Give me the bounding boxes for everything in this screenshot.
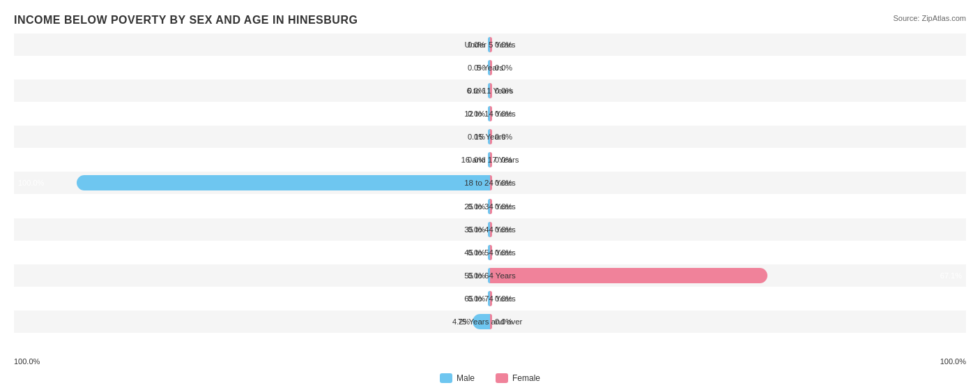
legend: Male Female: [440, 373, 540, 383]
male-value: 0.0%: [468, 87, 485, 95]
male-value: 0.0%: [468, 133, 485, 141]
left-side: 100.0%: [14, 172, 490, 194]
left-side: 4.2%: [14, 310, 490, 333]
left-side: 0.0%: [14, 287, 490, 310]
right-side: 0.0%: [490, 33, 966, 56]
female-value: 0.0%: [495, 225, 512, 234]
bar-row: 0.0%12 to 14 Years0.0%: [14, 103, 966, 125]
bar-row: 0.0%16 and 17 Years0.0%: [14, 149, 966, 171]
female-bar: [490, 60, 492, 75]
female-bar: [490, 199, 492, 214]
bar-row: 0.0%55 to 64 Years67.1%: [14, 264, 966, 287]
female-bar: [490, 152, 492, 167]
male-value: 0.0%: [468, 248, 485, 257]
male-value: 0.0%: [468, 202, 485, 211]
bar-row: 100.0%18 to 24 Years0.0%: [14, 172, 966, 194]
left-side: 0.0%: [14, 218, 490, 241]
right-side: 0.0%: [490, 195, 966, 218]
male-value: 0.0%: [468, 156, 485, 164]
male-value: 0.0%: [468, 271, 485, 280]
male-value: 0.0%: [468, 225, 485, 234]
left-side: 0.0%: [14, 80, 490, 102]
bar-row: 0.0%5 Years0.0%: [14, 57, 966, 79]
left-side: 0.0%: [14, 33, 490, 56]
female-value: 0.0%: [495, 87, 512, 95]
female-value: 67.1%: [940, 271, 962, 280]
right-side: 67.1%: [490, 264, 966, 287]
male-legend-color: [440, 373, 452, 383]
left-side: 0.0%: [14, 103, 490, 125]
right-side: 0.0%: [490, 57, 966, 79]
left-side: 0.0%: [14, 149, 490, 171]
bottom-labels: 100.0% 100.0%: [14, 357, 966, 366]
chart-title: INCOME BELOW POVERTY BY SEX AND AGE IN H…: [14, 14, 966, 27]
bar-row: 0.0%15 Years0.0%: [14, 126, 966, 148]
bar-row: 0.0%65 to 74 Years0.0%: [14, 287, 966, 310]
left-side: 0.0%: [14, 195, 490, 218]
female-bar: [490, 83, 492, 98]
male-value: 0.0%: [468, 40, 485, 49]
female-value: 0.0%: [495, 63, 512, 72]
right-side: 0.0%: [490, 126, 966, 148]
male-bar: [473, 314, 490, 329]
female-value: 0.0%: [495, 133, 512, 141]
bar-row: 0.0%25 to 34 Years0.0%: [14, 195, 966, 218]
right-side: 0.0%: [490, 241, 966, 264]
left-side: 0.0%: [14, 126, 490, 148]
female-bar: [490, 291, 492, 306]
bar-row: 0.0%Under 5 Years0.0%: [14, 33, 966, 56]
bar-row: 0.0%45 to 54 Years0.0%: [14, 241, 966, 264]
female-bar: [490, 175, 492, 190]
female-legend: Female: [496, 373, 540, 383]
female-legend-color: [496, 373, 508, 383]
source-label: Source: ZipAtlas.com: [893, 14, 966, 22]
male-bar: [77, 175, 490, 190]
bottom-left-label: 100.0%: [14, 357, 40, 366]
female-bar: [490, 245, 492, 260]
female-value: 0.0%: [495, 202, 512, 211]
bar-row: 4.2%75 Years and over0.0%: [14, 310, 966, 333]
left-side: 0.0%: [14, 264, 490, 287]
right-side: 0.0%: [490, 80, 966, 102]
male-legend: Male: [440, 373, 475, 383]
right-side: 0.0%: [490, 149, 966, 171]
female-value: 0.0%: [495, 156, 512, 164]
left-side: 0.0%: [14, 57, 490, 79]
female-bar: [490, 37, 492, 52]
male-legend-label: Male: [457, 373, 475, 383]
female-value: 0.0%: [495, 248, 512, 257]
female-value: 0.0%: [495, 179, 512, 187]
right-side: 0.0%: [490, 287, 966, 310]
right-side: 0.0%: [490, 172, 966, 194]
female-value: 0.0%: [495, 110, 512, 118]
female-bar: [490, 268, 767, 283]
left-side: 0.0%: [14, 241, 490, 264]
chart-container: INCOME BELOW POVERTY BY SEX AND AGE IN H…: [0, 0, 980, 390]
right-side: 0.0%: [490, 218, 966, 241]
chart-area: 0.0%Under 5 Years0.0%0.0%5 Years0.0%0.0%…: [14, 33, 966, 333]
female-bar: [490, 129, 492, 144]
bottom-right-label: 100.0%: [940, 357, 966, 366]
female-bar: [490, 314, 492, 329]
right-side: 0.0%: [490, 310, 966, 333]
male-value: 0.0%: [468, 63, 485, 72]
male-value: 0.0%: [468, 110, 485, 118]
female-value: 0.0%: [495, 317, 512, 326]
male-value: 0.0%: [468, 294, 485, 303]
bar-row: 0.0%35 to 44 Years0.0%: [14, 218, 966, 241]
female-legend-label: Female: [512, 373, 540, 383]
female-bar: [490, 106, 492, 121]
female-value: 0.0%: [495, 40, 512, 49]
right-side: 0.0%: [490, 103, 966, 125]
male-value: 100.0%: [18, 179, 44, 187]
male-value: 4.2%: [452, 317, 470, 326]
female-bar: [490, 222, 492, 237]
female-value: 0.0%: [495, 294, 512, 303]
bar-row: 0.0%6 to 11 Years0.0%: [14, 80, 966, 102]
